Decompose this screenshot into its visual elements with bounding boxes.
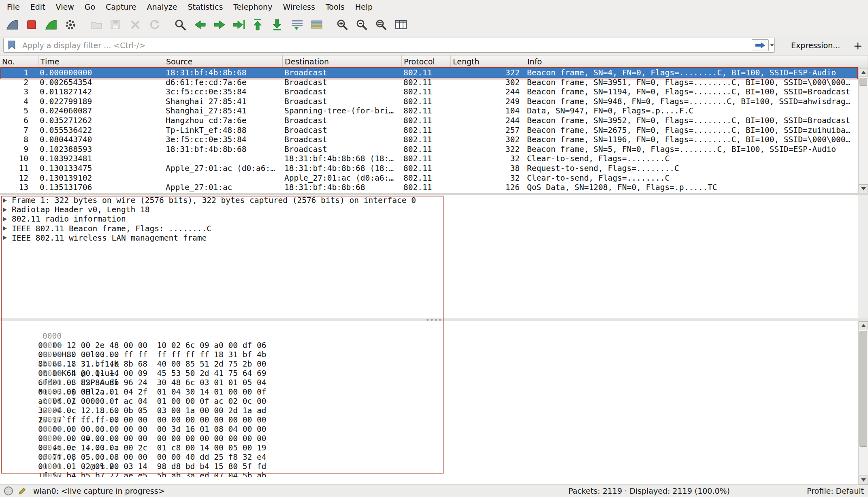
go-forward-button[interactable] [210, 15, 229, 34]
menu-item[interactable]: Help [350, 2, 378, 12]
scroll-up-button[interactable] [859, 321, 868, 330]
detail-tree-line[interactable]: Radiotap Header v0, Length 18 [0, 205, 858, 214]
close-file-button[interactable] [126, 15, 145, 34]
column-header-info[interactable]: Info [525, 55, 868, 68]
menu-item[interactable]: Go [79, 2, 100, 12]
go-to-packet-button[interactable] [229, 15, 249, 34]
pane-splitter[interactable] [0, 318, 868, 321]
packet-row[interactable]: 8 0.080443740 3e:f5:cc:0e:35:84 Broadcas… [0, 135, 858, 145]
add-filter-button[interactable]: + [851, 38, 865, 53]
menu-item[interactable]: Edit [25, 2, 51, 12]
profile-text[interactable]: Profile: Default [807, 486, 864, 495]
packet-row[interactable]: 13 0.135131706 Apple_27:01:ac 18:31:bf:4… [0, 183, 858, 192]
goto-packet-icon [232, 19, 246, 31]
cell-protocol: 802.11 [402, 106, 451, 116]
colorize-button[interactable] [307, 15, 326, 34]
capture-comment-pencil-icon[interactable] [18, 486, 27, 495]
packet-row[interactable]: 6 0.035271262 Hangzhou_cd:7a:6e Broadcas… [0, 116, 858, 126]
save-file-button[interactable] [106, 15, 126, 34]
scroll-down-button[interactable] [859, 184, 868, 193]
cell-destination: Broadcast [283, 126, 402, 135]
splitter-handle-icon [427, 319, 441, 321]
stop-capture-button[interactable] [22, 15, 41, 34]
expander-triangle-icon[interactable] [3, 226, 7, 230]
expert-info-icon[interactable] [4, 486, 13, 495]
go-back-button[interactable] [190, 15, 210, 34]
filter-bookmark-icon[interactable] [6, 40, 17, 50]
menu-item[interactable]: View [51, 2, 79, 12]
hex-offset: 0090 [38, 415, 67, 424]
cell-length: 244 [451, 116, 525, 126]
zoom-original-button[interactable] [372, 15, 391, 34]
capture-options-button[interactable] [61, 15, 80, 34]
display-filter-input[interactable] [3, 38, 775, 53]
restart-capture-button[interactable] [41, 15, 61, 34]
column-header-source[interactable]: Source [164, 55, 283, 68]
column-header-time[interactable]: Time [38, 55, 164, 68]
menu-item[interactable]: Wireless [277, 2, 320, 12]
hex-offset: 0080 [38, 406, 67, 415]
detail-tree-line[interactable]: IEEE 802.11 wireless LAN management fram… [0, 233, 858, 243]
scrollbar-thumb[interactable] [859, 78, 867, 86]
go-last-packet-button[interactable] [268, 15, 288, 34]
cell-time: 0.102388593 [38, 145, 164, 154]
reload-file-button[interactable] [145, 15, 164, 34]
packet-row[interactable]: 10 0.103923481 18:31:bf:4b:8b:68 (18:… 8… [0, 154, 858, 164]
expander-triangle-icon[interactable] [3, 236, 7, 240]
hex-bytes: 01 01 01 02 01 00 03 14 98 d8 bd b4 15 8… [38, 462, 279, 471]
detail-tree-line[interactable]: 802.11 radio information [0, 214, 858, 224]
zoom-out-button[interactable] [352, 15, 372, 34]
filter-history-chevron-icon[interactable] [769, 43, 775, 47]
hex-offset: 00b0 [38, 434, 67, 443]
cell-time: 0.000000000 [38, 68, 164, 78]
column-header-length[interactable]: Length [451, 55, 525, 68]
scroll-down-button[interactable] [859, 476, 868, 484]
expander-triangle-icon[interactable] [3, 208, 7, 212]
packet-row[interactable]: 9 0.102388593 18:31:bf:4b:8b:68 Broadcas… [0, 145, 858, 154]
detail-tree-line[interactable]: IEEE 802.11 Beacon frame, Flags: .......… [0, 224, 858, 233]
scrollbar-thumb[interactable] [859, 331, 867, 447]
cell-source: 3c:f5:cc:0e:35:84 [164, 87, 283, 97]
cell-protocol: 802.11 [402, 126, 451, 135]
hex-row[interactable]: 0000 00 00 12 00 2e 48 00 00 10 02 6c 09… [0, 322, 858, 331]
scroll-up-button[interactable] [859, 68, 868, 77]
close-icon [128, 19, 142, 31]
apply-filter-button[interactable] [752, 39, 769, 51]
expander-triangle-icon[interactable] [3, 217, 7, 221]
menu-item[interactable]: Statistics [182, 2, 228, 12]
column-header-no[interactable]: No. [0, 55, 38, 68]
packet-list-scrollbar[interactable] [858, 68, 868, 193]
packet-row[interactable]: 1 0.000000000 18:31:bf:4b:8b:68 Broadcas… [0, 68, 858, 78]
open-file-button[interactable] [87, 15, 106, 34]
menu-item[interactable]: Tools [320, 2, 350, 12]
hex-bytes: ac 04 01 00 00 0f ac 04 01 00 00 0f ac 0… [38, 397, 279, 406]
packet-row[interactable]: 2 0.002654354 d6:61:fe:cd:7a:6e Broadcas… [0, 78, 858, 87]
packet-row[interactable]: 7 0.055536422 Tp-LinkT_ef:48:88 Broadcas… [0, 126, 858, 135]
menu-item[interactable]: Telephony [228, 2, 277, 12]
expression-button[interactable]: Expression... [787, 38, 844, 53]
cell-source: Apple_27:01:ac (d0:a6:… [164, 164, 283, 173]
packet-row[interactable]: 12 0.130139102 Apple_27:01:ac (d0:a6:… 8… [0, 173, 858, 183]
packet-row[interactable]: 3 0.011827142 3c:f5:cc:0e:35:84 Broadcas… [0, 87, 858, 97]
menu-item[interactable]: File [2, 2, 25, 12]
hex-scrollbar[interactable] [858, 321, 868, 484]
find-packet-button[interactable] [171, 15, 190, 34]
start-capture-button[interactable] [2, 15, 22, 34]
go-first-packet-button[interactable] [249, 15, 268, 34]
auto-scroll-button[interactable] [288, 15, 307, 34]
menu-item[interactable]: Capture [100, 2, 142, 12]
detail-tree-line[interactable]: Frame 1: 322 bytes on wire (2576 bits), … [0, 196, 858, 205]
column-header-destination[interactable]: Destination [283, 55, 402, 68]
hex-bytes: 00 4a 0e 14 00 0a 00 2c 01 c8 00 14 00 0… [38, 443, 279, 452]
packet-row[interactable]: 11 0.130133475 Apple_27:01:ac (d0:a6:… 1… [0, 164, 858, 173]
packet-row[interactable]: 5 0.024060087 Shanghai_27:85:41 Spanning… [0, 106, 858, 116]
hex-row[interactable]: 0010 00 00 80 00 00 00 ff ff ff ff ff ff… [0, 331, 858, 341]
packet-row[interactable]: 4 0.022799189 Shanghai_27:85:41 Broadcas… [0, 97, 858, 107]
resize-columns-button[interactable] [391, 15, 411, 34]
column-header-protocol[interactable]: Protocol [402, 55, 451, 68]
expander-triangle-icon[interactable] [3, 198, 7, 203]
menu-item[interactable]: Analyze [142, 2, 183, 12]
zoom-in-icon [336, 19, 350, 31]
zoom-in-button[interactable] [333, 15, 352, 34]
toolbar-separator [326, 17, 333, 33]
